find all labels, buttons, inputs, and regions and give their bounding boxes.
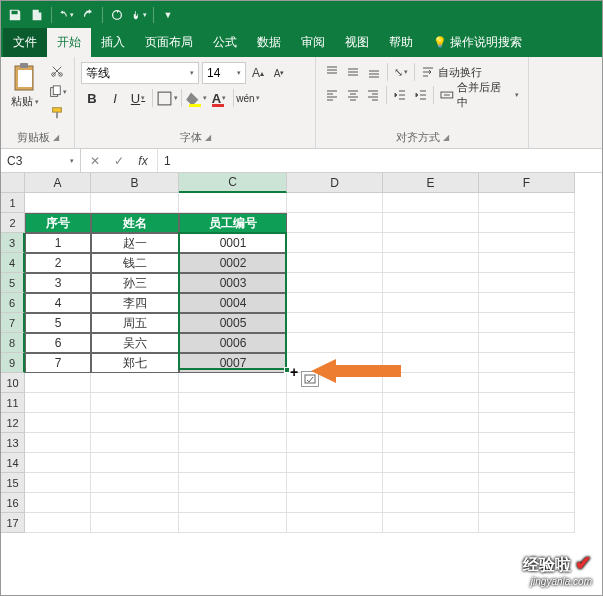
row-header-8[interactable]: 8 xyxy=(1,333,25,353)
cell-A3[interactable]: 1 xyxy=(25,233,91,253)
cell-A2[interactable]: 序号 xyxy=(25,213,91,233)
align-dialog-launcher[interactable]: ◢ xyxy=(443,133,449,142)
cell-E10[interactable] xyxy=(383,373,479,393)
decrease-font-icon[interactable]: A▾ xyxy=(270,63,288,83)
paste-button[interactable]: 粘贴▾ xyxy=(7,60,43,109)
cell-A14[interactable] xyxy=(25,453,91,473)
cell-A13[interactable] xyxy=(25,433,91,453)
border-button[interactable]: ▾ xyxy=(156,87,178,109)
italic-button[interactable]: I xyxy=(104,87,126,109)
phonetic-button[interactable]: wén▾ xyxy=(237,87,259,109)
cell-A17[interactable] xyxy=(25,513,91,533)
cell-D9[interactable] xyxy=(287,353,383,373)
tab-page-layout[interactable]: 页面布局 xyxy=(135,28,203,57)
font-name-select[interactable]: 等线▾ xyxy=(81,62,199,84)
cell-B10[interactable] xyxy=(91,373,179,393)
redo-icon[interactable] xyxy=(80,7,96,23)
cell-F14[interactable] xyxy=(479,453,575,473)
undo-icon[interactable]: ▾ xyxy=(58,7,74,23)
col-header-B[interactable]: B xyxy=(91,173,179,193)
row-header-13[interactable]: 13 xyxy=(1,433,25,453)
wrap-text-button[interactable]: 自动换行 xyxy=(418,62,485,82)
cell-F3[interactable] xyxy=(479,233,575,253)
font-color-button[interactable]: A▾ xyxy=(208,87,230,109)
tab-home[interactable]: 开始 xyxy=(47,28,91,57)
cell-E16[interactable] xyxy=(383,493,479,513)
cell-B8[interactable]: 吴六 xyxy=(91,333,179,353)
tab-data[interactable]: 数据 xyxy=(247,28,291,57)
cell-E6[interactable] xyxy=(383,293,479,313)
row-header-15[interactable]: 15 xyxy=(1,473,25,493)
new-doc-icon[interactable] xyxy=(29,7,45,23)
cell-A16[interactable] xyxy=(25,493,91,513)
align-center-icon[interactable] xyxy=(343,85,363,105)
cell-C10[interactable] xyxy=(179,373,287,393)
cell-D11[interactable] xyxy=(287,393,383,413)
format-painter-button[interactable] xyxy=(46,104,68,122)
row-header-10[interactable]: 10 xyxy=(1,373,25,393)
cell-B15[interactable] xyxy=(91,473,179,493)
col-header-C[interactable]: C xyxy=(179,173,287,193)
cell-D3[interactable] xyxy=(287,233,383,253)
enter-formula-icon[interactable]: ✓ xyxy=(107,154,131,168)
cell-B3[interactable]: 赵一 xyxy=(91,233,179,253)
cell-E1[interactable] xyxy=(383,193,479,213)
cell-E11[interactable] xyxy=(383,393,479,413)
cell-F1[interactable] xyxy=(479,193,575,213)
cell-E7[interactable] xyxy=(383,313,479,333)
align-right-icon[interactable] xyxy=(363,85,383,105)
cell-C16[interactable] xyxy=(179,493,287,513)
row-header-1[interactable]: 1 xyxy=(1,193,25,213)
cell-E2[interactable] xyxy=(383,213,479,233)
cell-C9[interactable]: 0007 xyxy=(179,353,287,373)
cell-B6[interactable]: 李四 xyxy=(91,293,179,313)
cell-A6[interactable]: 4 xyxy=(25,293,91,313)
cell-D7[interactable] xyxy=(287,313,383,333)
tab-help[interactable]: 帮助 xyxy=(379,28,423,57)
cell-E3[interactable] xyxy=(383,233,479,253)
cell-C13[interactable] xyxy=(179,433,287,453)
cell-A15[interactable] xyxy=(25,473,91,493)
cell-E13[interactable] xyxy=(383,433,479,453)
autofill-options-button[interactable] xyxy=(301,371,319,387)
row-header-5[interactable]: 5 xyxy=(1,273,25,293)
cell-F15[interactable] xyxy=(479,473,575,493)
fill-color-button[interactable]: ▾ xyxy=(185,87,207,109)
cell-B14[interactable] xyxy=(91,453,179,473)
cell-D2[interactable] xyxy=(287,213,383,233)
row-header-4[interactable]: 4 xyxy=(1,253,25,273)
formula-input[interactable]: 1 xyxy=(158,149,602,172)
cell-E9[interactable] xyxy=(383,353,479,373)
cell-D6[interactable] xyxy=(287,293,383,313)
cell-B7[interactable]: 周五 xyxy=(91,313,179,333)
cell-E8[interactable] xyxy=(383,333,479,353)
cell-F16[interactable] xyxy=(479,493,575,513)
row-header-16[interactable]: 16 xyxy=(1,493,25,513)
font-size-select[interactable]: 14▾ xyxy=(202,62,246,84)
tab-file[interactable]: 文件 xyxy=(3,28,47,57)
row-header-17[interactable]: 17 xyxy=(1,513,25,533)
cell-F13[interactable] xyxy=(479,433,575,453)
cell-C2[interactable]: 员工编号 xyxy=(179,213,287,233)
col-header-D[interactable]: D xyxy=(287,173,383,193)
align-left-icon[interactable] xyxy=(322,85,342,105)
cell-C12[interactable] xyxy=(179,413,287,433)
tab-view[interactable]: 视图 xyxy=(335,28,379,57)
cell-C1[interactable] xyxy=(179,193,287,213)
cell-D14[interactable] xyxy=(287,453,383,473)
name-box[interactable]: C3▾ xyxy=(1,149,81,172)
cell-D13[interactable] xyxy=(287,433,383,453)
cell-F4[interactable] xyxy=(479,253,575,273)
cell-C6[interactable]: 0004 xyxy=(179,293,287,313)
decrease-indent-icon[interactable] xyxy=(390,85,410,105)
refresh-icon[interactable] xyxy=(109,7,125,23)
cell-B13[interactable] xyxy=(91,433,179,453)
merge-center-button[interactable]: 合并后居中▾ xyxy=(437,85,522,105)
cell-C3[interactable]: 0001 xyxy=(179,233,287,253)
cell-B9[interactable]: 郑七 xyxy=(91,353,179,373)
row-header-2[interactable]: 2 xyxy=(1,213,25,233)
cell-A12[interactable] xyxy=(25,413,91,433)
orientation-icon[interactable]: ⤡▾ xyxy=(391,62,411,82)
cell-D8[interactable] xyxy=(287,333,383,353)
cell-A9[interactable]: 7 xyxy=(25,353,91,373)
